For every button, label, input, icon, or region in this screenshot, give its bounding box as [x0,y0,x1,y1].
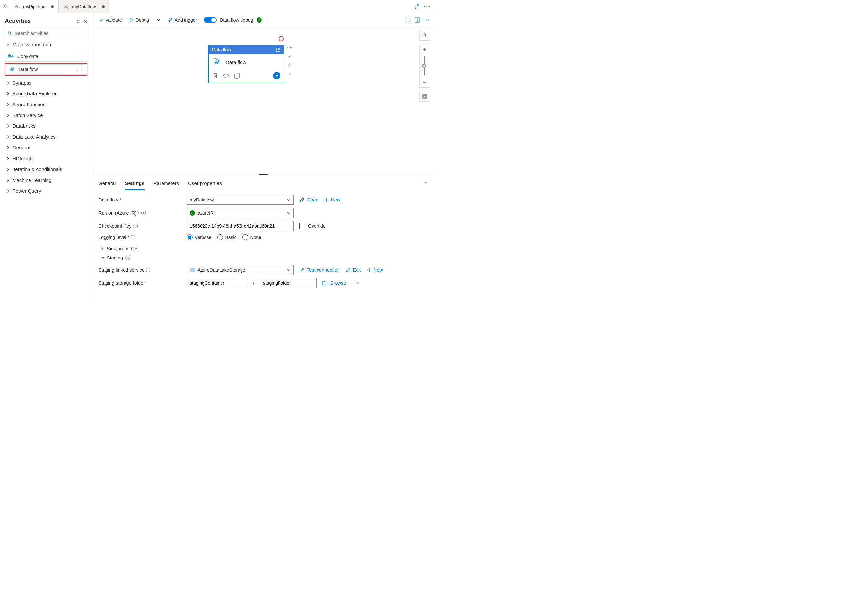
data-flow-select[interactable]: myDataflow [187,195,294,205]
row-data-flow: Data flow * myDataflow Open New [98,195,428,205]
pencil-icon [346,267,351,273]
staging-linked-select[interactable]: AzureDataLakeStorage [187,265,294,275]
edit-button[interactable]: Edit [346,267,361,273]
play-icon [129,18,134,22]
browse-button[interactable]: Browse [322,280,346,286]
dataflow-icon [63,4,69,9]
open-button[interactable]: Open [300,197,318,202]
tab-parameters[interactable]: Parameters [154,178,179,190]
dataflow-debug-toggle[interactable]: Data flow debug ✓ [202,16,263,24]
debug-button[interactable]: Debug [127,16,151,24]
zoom-slider[interactable] [419,55,430,77]
collapse-panel-icon[interactable] [423,180,428,185]
override-checkbox[interactable]: Override [300,223,326,229]
clone-icon[interactable] [234,73,239,79]
row-run-on: Run on (Azure IR) * i ✓azureIR [98,208,428,218]
run-on-select[interactable]: ✓azureIR [187,208,294,218]
delete-icon[interactable] [213,73,218,79]
info-icon[interactable]: i [131,235,135,239]
new-button[interactable]: New [324,197,340,202]
svg-point-8 [8,32,11,34]
open-external-icon[interactable] [276,47,281,52]
info-icon[interactable]: i [133,224,137,229]
run-arrow-icon[interactable] [273,72,280,79]
section-sink-properties[interactable]: Sink properties [98,243,428,252]
validate-button[interactable]: Validate [97,16,124,24]
category-iteration-conditionals[interactable]: Iteration & conditionals [4,164,87,175]
tab-general[interactable]: General [98,178,116,190]
category-move-transform[interactable]: Move & transform [4,38,87,50]
collapse-sidebar-icon[interactable] [83,19,87,24]
fit-screen-icon[interactable] [419,91,430,102]
expand-diagonal-icon[interactable] [414,4,419,9]
category-synapse[interactable]: Synapse [4,77,87,88]
info-icon[interactable]: i [125,255,130,260]
json-code-icon[interactable] [405,17,411,23]
info-icon[interactable]: i [141,211,146,215]
browse-dropdown[interactable] [352,280,359,286]
pipeline-canvas[interactable]: Data flow Data flow ✓ [92,27,434,174]
svg-point-13 [428,19,429,20]
checkbox-icon[interactable] [300,223,306,229]
node-actions [209,69,284,83]
activity-copy-data[interactable]: Copy data ⋮⋮ [4,51,87,62]
dataflow-node[interactable]: Data flow Data flow [208,45,285,83]
more-icon[interactable] [424,4,430,9]
category-general[interactable]: General [4,142,87,153]
tab-my-dataflow[interactable]: myDataflow [59,0,109,13]
chevron-down-icon [6,43,10,47]
redo-icon[interactable] [286,45,292,51]
tab-my-pipeline[interactable]: myPipeline [10,0,59,13]
chevron-down-icon [287,268,291,272]
collapse-all-icon[interactable] [76,19,81,24]
activity-data-flow-highlighted[interactable]: Data flow ⋮⋮ [4,63,87,76]
radio-none[interactable]: None [242,234,261,240]
svg-rect-17 [423,94,427,98]
tab-label: myPipeline [23,4,45,9]
test-connection-button[interactable]: Test connection [300,267,340,273]
radio-basic[interactable]: Basic [217,234,236,240]
grip-icon: ⋮⋮ [75,67,83,72]
chevron-right-icon [100,247,104,251]
checkpoint-input[interactable] [187,221,294,231]
section-staging[interactable]: Staging i [98,252,428,262]
more-icon[interactable] [423,19,429,21]
toggle-switch[interactable] [204,17,217,23]
staging-container-input[interactable] [187,278,247,288]
zoom-in-icon[interactable] [419,44,430,55]
category-data-lake-analytics[interactable]: Data Lake Analytics [4,131,87,142]
category-machine-learning[interactable]: Machine Learning [4,175,87,186]
node-header: Data flow [209,45,284,55]
properties-panel-icon[interactable] [414,17,420,23]
category-azure-function[interactable]: Azure Function [4,99,87,110]
plus-icon [324,198,329,202]
svg-rect-1 [18,7,20,8]
staging-folder-input[interactable] [260,278,316,288]
chevron-right-icon [6,92,10,96]
category-azure-data-explorer[interactable]: Azure Data Explorer [4,88,87,99]
node-status-icons: ✓ ✕ → [286,45,292,76]
status-ok-icon: ✓ [257,17,262,23]
new-linked-service-button[interactable]: New [367,267,383,273]
chevron-down-icon [156,18,160,22]
zoom-out-icon[interactable] [419,77,430,88]
debug-dropdown[interactable] [154,17,162,23]
tab-user-properties[interactable]: User properties [188,178,222,190]
category-power-query[interactable]: Power Query [4,186,87,196]
search-input[interactable] [15,31,84,36]
svg-rect-0 [15,5,17,6]
tab-settings[interactable]: Settings [125,178,144,190]
chevron-down-icon [287,211,291,215]
search-activities[interactable] [4,28,87,38]
add-trigger-button[interactable]: Add trigger [165,16,199,24]
dirty-indicator [51,5,54,8]
radio-verbose[interactable]: Verbose [187,234,211,240]
info-icon[interactable]: i [146,268,151,272]
category-databricks[interactable]: Databricks [4,121,87,131]
category-hdinsight[interactable]: HDInsight [4,153,87,164]
expand-left-icon[interactable] [0,4,10,9]
canvas-search-icon[interactable] [419,30,430,41]
code-icon[interactable] [223,74,229,78]
category-batch-service[interactable]: Batch Service [4,110,87,121]
dataflow-activity-icon [9,66,15,72]
